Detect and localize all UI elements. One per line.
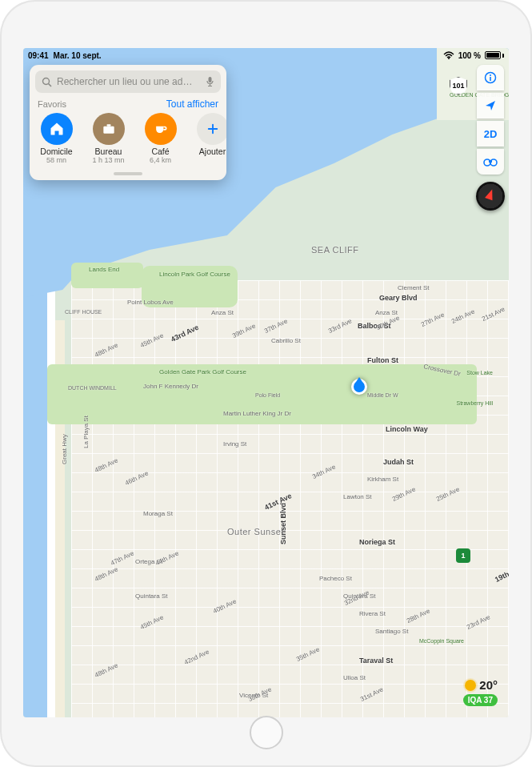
favorite-sub: 58 mn xyxy=(46,157,66,165)
favorites-row: Domicile 58 mn Bureau 1 h 13 mn Café 6,4… xyxy=(30,113,226,171)
locate-me-button[interactable] xyxy=(477,93,504,118)
location-arrow-icon xyxy=(484,99,497,112)
sun-icon xyxy=(465,680,476,691)
search-field-container[interactable] xyxy=(35,70,221,93)
aqi-badge: IQA 37 xyxy=(463,694,498,706)
map-mode-button[interactable]: 2D xyxy=(477,121,504,147)
briefcase-icon xyxy=(93,113,125,145)
favorite-home[interactable]: Domicile 58 mn xyxy=(34,113,78,164)
favorite-sub: 6,4 km xyxy=(150,157,171,165)
favorite-sub: 1 h 13 mn xyxy=(92,157,124,165)
info-icon xyxy=(484,71,497,84)
map-mode-label: 2D xyxy=(484,128,498,140)
compass-button[interactable] xyxy=(476,182,505,211)
screen: 09:41 Mar. 10 sept. 100 % 101 1 xyxy=(23,48,509,717)
search-card: Favoris Tout afficher Domicile 58 mn Bur… xyxy=(30,65,226,180)
search-input[interactable] xyxy=(57,76,201,87)
wifi-icon xyxy=(443,51,454,59)
status-date: Mar. 10 sept. xyxy=(54,51,102,60)
compass-needle-icon xyxy=(485,187,496,200)
svg-point-1 xyxy=(43,78,50,84)
area-sea-cliff: SEA CLIFF xyxy=(311,245,359,255)
favorite-cafe[interactable]: Café 6,4 km xyxy=(138,113,182,164)
battery-icon xyxy=(485,51,504,59)
current-location-marker[interactable] xyxy=(351,379,367,395)
weather-widget[interactable]: 20° IQA 37 xyxy=(463,678,498,706)
status-time: 09:41 xyxy=(28,51,49,60)
favorites-show-all[interactable]: Tout afficher xyxy=(166,98,218,110)
route-shield-ca1: 1 xyxy=(456,548,470,563)
home-icon xyxy=(41,113,73,145)
svg-rect-6 xyxy=(103,126,114,134)
map-info-button[interactable] xyxy=(477,65,504,90)
battery-pct: 100 % xyxy=(458,51,481,60)
favorite-add[interactable]: Ajouter xyxy=(190,113,226,164)
route-shield-101: 101 xyxy=(450,77,467,94)
ipad-frame: 09:41 Mar. 10 sept. 100 % 101 1 xyxy=(0,0,532,767)
svg-rect-15 xyxy=(489,160,492,163)
favorite-work[interactable]: Bureau 1 h 13 mn xyxy=(86,113,130,164)
favorite-label: Ajouter xyxy=(199,147,226,157)
favorite-label: Café xyxy=(151,147,169,157)
card-grabber[interactable] xyxy=(114,172,142,175)
search-icon xyxy=(42,77,52,87)
svg-rect-3 xyxy=(209,77,212,82)
dictation-icon[interactable] xyxy=(206,76,214,87)
binoculars-icon xyxy=(483,157,498,167)
map-controls: 2D xyxy=(477,65,504,211)
coffee-icon xyxy=(145,113,177,145)
temperature: 20° xyxy=(479,678,498,692)
svg-point-11 xyxy=(490,74,491,76)
home-button[interactable] xyxy=(250,716,283,749)
status-bar: 09:41 Mar. 10 sept. 100 % xyxy=(23,48,509,62)
svg-point-0 xyxy=(448,58,450,59)
svg-line-2 xyxy=(49,83,52,86)
favorite-label: Bureau xyxy=(95,147,122,157)
svg-rect-7 xyxy=(106,124,110,126)
favorite-label: Domicile xyxy=(40,147,72,157)
svg-rect-12 xyxy=(490,77,491,81)
favorites-heading: Favoris xyxy=(38,99,66,109)
look-around-button[interactable] xyxy=(477,149,504,175)
plus-icon xyxy=(197,113,227,145)
